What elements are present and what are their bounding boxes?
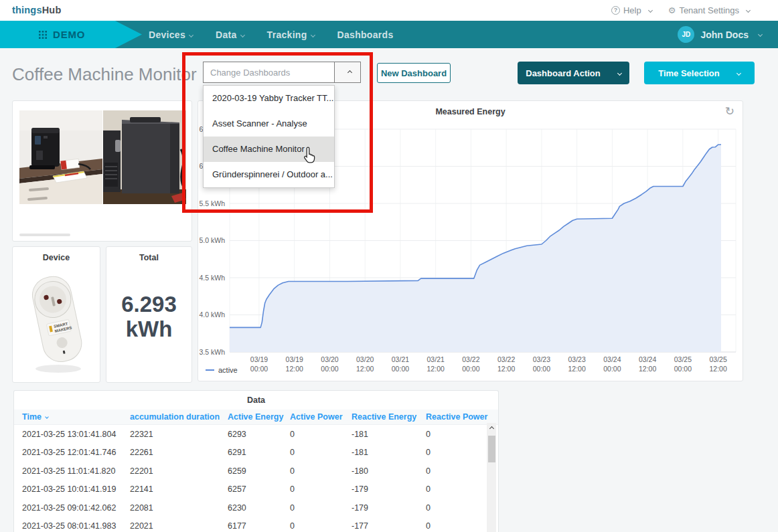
chevron-down-icon [189,32,193,37]
table-title: Data [14,391,498,405]
table-row: 2021-03-25 13:01:41.8042232162930-1810 [14,425,498,444]
nav-item-data[interactable]: Data [216,29,244,40]
svg-text:03/2200:00: 03/2200:00 [462,355,479,373]
dashboard-action-button[interactable]: Dashboard Action [518,62,629,84]
help-icon: ? [611,6,620,15]
total-value: 6.293 kWh [106,292,191,342]
total-number: 6.293 [106,292,191,317]
tenant-settings-menu[interactable]: ⚙ Tenant Settings [668,5,750,15]
table-cell: 6259 [228,466,290,476]
total-widget-title: Total [106,247,191,262]
table-row: 2021-03-25 12:01:41.7462226162910-1810 [14,444,498,462]
table-cell: 6293 [228,430,290,439]
chevron-up-icon [347,70,352,74]
table-cell: -180 [352,466,426,476]
device-widget: Device SMART MAKERS [12,246,100,383]
scroll-up-button[interactable] [487,423,496,434]
table-cell: 2021-03-25 09:01:42.062 [22,503,130,513]
column-header-reactive-energy[interactable]: Reactive Energy [352,412,426,422]
coffee-machine-photo-1 [19,110,102,204]
chevron-down-icon [648,8,653,13]
column-header-reactive-power[interactable]: Reactive Power [426,412,498,422]
dropdown-collapse-button[interactable] [334,62,361,83]
time-selection-button[interactable]: Time Selection [644,62,755,84]
svg-text:03/2500:00: 03/2500:00 [674,355,692,373]
nav-item-dashboards[interactable]: Dashboards [337,29,394,40]
svg-text:03/1912:00: 03/1912:00 [286,355,303,373]
svg-text:03/1900:00: 03/1900:00 [250,355,268,373]
horizontal-scrollbar[interactable] [19,234,70,236]
legend-item-active[interactable]: active [206,366,238,374]
table-cell: 2021-03-25 10:01:41.919 [22,484,130,494]
column-header-time[interactable]: Time [22,412,130,422]
tenant-switcher[interactable]: DEMO [0,21,142,48]
table-cell: 22021 [130,521,228,531]
dropdown-option[interactable]: 2020-03-19 Yabby Tracker TT... [204,86,334,111]
nav-menu: DevicesDataTrackingDashboards [149,21,393,48]
help-menu[interactable]: ? Help [611,5,652,15]
top-bar: thingsHub ? Help ⚙ Tenant Settings [0,0,778,21]
svg-text:5.0 kWh: 5.0 kWh [199,236,225,244]
dashboard-action-label: Dashboard Action [526,68,600,78]
table-cell: 22141 [130,484,228,494]
user-name: John Docs [700,29,749,40]
table-cell: 0 [290,430,352,439]
table-cell: 0 [290,448,352,457]
chevron-down-icon [758,32,763,37]
svg-text:3.5 kWh: 3.5 kWh [199,348,225,356]
svg-text:03/2112:00: 03/2112:00 [427,355,445,373]
table-row: 2021-03-25 09:01:42.0622208162300-1790 [14,499,498,517]
new-dashboard-button[interactable]: New Dashboard [377,63,451,83]
table-cell: 0 [290,521,352,531]
table-cell: -177 [352,521,426,531]
chevron-down-icon [240,32,245,37]
table-cell: 6291 [228,448,290,457]
mouse-cursor-icon [303,147,317,167]
tenant-settings-label: Tenant Settings [679,5,739,15]
chevron-down-icon [311,32,315,37]
table-row: 2021-03-25 08:01:41.9832202161770-1770 [14,517,498,532]
table-cell: -181 [352,430,426,439]
svg-text:03/2300:00: 03/2300:00 [533,355,550,373]
svg-text:03/2100:00: 03/2100:00 [392,355,409,373]
nav-item-tracking[interactable]: Tracking [267,29,315,40]
table-cell: 2021-03-25 11:01:41.820 [22,466,130,476]
coffee-machine-photos-widget [12,100,192,242]
svg-text:03/2412:00: 03/2412:00 [639,355,656,373]
column-header-active-energy[interactable]: Active Energy [228,412,290,422]
legend-label: active [218,366,238,374]
table-row: 2021-03-25 10:01:41.9192214162570-1790 [14,480,498,499]
data-table-widget: Data Timeaccumulation durationActive Ene… [13,390,499,532]
change-dashboards-input[interactable] [203,62,335,83]
chevron-down-icon [746,8,751,13]
legend-line-swatch [206,369,214,371]
table-cell: 2021-03-25 08:01:41.983 [22,521,130,531]
help-label: Help [623,5,641,15]
table-cell: 2021-03-25 13:01:41.804 [22,430,130,439]
smart-plug-image: SMART MAKERS [22,270,92,375]
time-selection-label: Time Selection [658,68,720,78]
logo-hub: Hub [42,5,62,15]
table-cell: -181 [352,448,426,457]
table-cell: -179 [352,484,426,494]
table-cell: 0 [290,466,352,476]
avatar: JD [678,26,694,43]
table-cell: 6230 [228,503,290,513]
coffee-machine-photo-2 [103,110,186,204]
table-row: 2021-03-25 11:01:41.8202220162590-1800 [14,462,498,480]
vertical-scrollbar[interactable] [487,423,496,532]
svg-text:03/2212:00: 03/2212:00 [497,355,515,373]
table-cell: -179 [352,503,426,513]
column-header-accumulation-duration[interactable]: accumulation duration [130,412,228,422]
user-menu[interactable]: JD John Docs [678,21,762,48]
scrollbar-thumb[interactable] [488,436,495,462]
svg-text:5.5 kWh: 5.5 kWh [199,199,225,207]
dropdown-option[interactable]: Asset Scanner - Analyse [204,111,334,137]
gear-icon: ⚙ [668,5,676,15]
svg-text:4.5 kWh: 4.5 kWh [199,274,225,282]
nav-item-devices[interactable]: Devices [149,29,193,40]
dashboards-dropdown: 2020-03-19 Yabby Tracker TT...Asset Scan… [203,85,335,188]
table-cell: 22321 [130,430,228,439]
column-header-active-power[interactable]: Active Power [290,412,352,422]
svg-text:03/2012:00: 03/2012:00 [356,355,374,373]
